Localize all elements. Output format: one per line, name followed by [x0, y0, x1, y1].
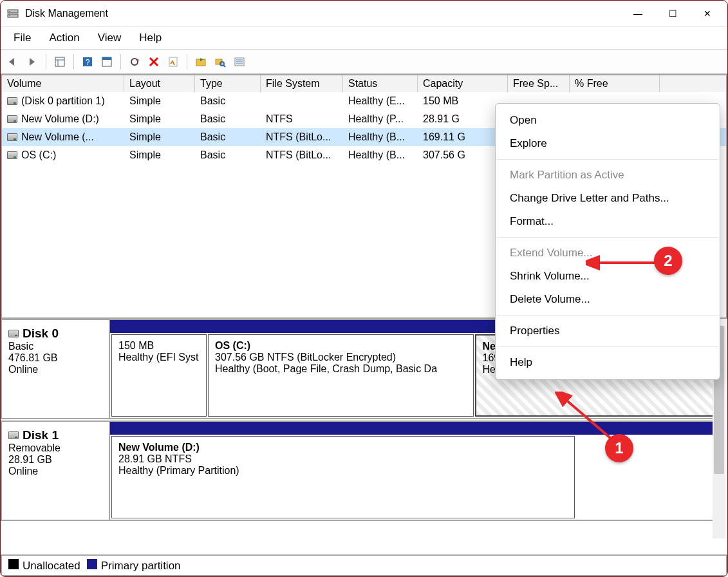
svg-rect-2 [9, 11, 10, 12]
delete-button[interactable] [145, 53, 162, 70]
svg-line-22 [223, 65, 225, 67]
disk-label[interactable]: Disk 0 Basic 476.81 GB Online [2, 320, 110, 418]
volume-fs [261, 100, 343, 102]
toolbar: ? [1, 50, 727, 74]
forward-button[interactable] [24, 53, 41, 70]
menubar: File Action View Help [1, 26, 727, 50]
volume-type: Basic [195, 130, 261, 144]
ctx-help[interactable]: Help [496, 351, 720, 374]
annotation-badge-2: 2 [654, 247, 682, 275]
ctx-format[interactable]: Format... [496, 210, 720, 233]
legend-unallocated: Unallocated [23, 560, 80, 572]
col-capacity[interactable]: Capacity [418, 75, 508, 92]
col-free[interactable]: Free Sp... [508, 75, 570, 92]
disk-icon [8, 330, 19, 337]
col-pct-free[interactable]: % Free [570, 75, 660, 92]
ctx-change-letter[interactable]: Change Drive Letter and Paths... [496, 187, 720, 210]
volume-type: Basic [195, 94, 261, 108]
ctx-properties[interactable]: Properties [496, 319, 720, 343]
volume-name: (Disk 0 partition 1) [21, 95, 105, 107]
volume-layout: Simple [124, 148, 195, 162]
drive-icon [7, 151, 17, 159]
app-icon [7, 8, 19, 19]
volume-fs: NTFS [261, 112, 343, 126]
volume-fs: NTFS (BitLo... [261, 130, 343, 144]
disk-size: 28.91 GB [8, 454, 102, 466]
menu-action[interactable]: Action [40, 29, 88, 47]
drive-icon [7, 97, 17, 105]
show-hide-tree-button[interactable] [51, 53, 68, 70]
ctx-delete[interactable]: Delete Volume... [496, 288, 720, 311]
menu-file[interactable]: File [5, 29, 40, 47]
volume-name: New Volume (D:) [21, 113, 99, 125]
partition[interactable]: OS (C:)307.56 GB NTFS (BitLocker Encrypt… [208, 334, 474, 417]
help-icon[interactable]: ? [79, 53, 96, 70]
find-button[interactable] [212, 53, 229, 70]
partition[interactable]: 150 MBHealthy (EFI Syst [111, 334, 207, 417]
minimize-button[interactable]: — [621, 1, 655, 26]
disk-size: 476.81 GB [8, 352, 102, 364]
volume-capacity: 169.11 G [418, 130, 508, 144]
volume-layout: Simple [124, 94, 195, 108]
ctx-explore[interactable]: Explore [496, 132, 720, 155]
disk-state: Online [8, 364, 102, 375]
partition-size: 28.91 GB NTFS [118, 453, 568, 465]
volume-capacity: 150 MB [418, 94, 508, 108]
volume-header-row: Volume Layout Type File System Status Ca… [2, 75, 726, 92]
svg-rect-6 [55, 57, 64, 66]
legend: Unallocated Primary partition [1, 554, 727, 576]
volume-status: Healthy (P... [343, 112, 418, 126]
col-type[interactable]: Type [195, 75, 261, 92]
volume-status: Healthy (B... [343, 148, 418, 162]
titlebar: Disk Management — ☐ ✕ [1, 1, 727, 26]
disk-label[interactable]: Disk 1 Removable 28.91 GB Online [2, 422, 110, 520]
back-button[interactable] [5, 53, 21, 70]
volume-capacity: 28.91 G [418, 112, 508, 126]
ctx-mark-active: Mark Partition as Active [496, 164, 720, 187]
col-volume[interactable]: Volume [2, 75, 124, 92]
volume-name: OS (C:) [21, 149, 56, 161]
drive-icon [7, 133, 17, 141]
volume-status: Healthy (B... [343, 130, 418, 144]
legend-swatch-primary [87, 559, 97, 569]
disk-name: Disk 0 [23, 326, 59, 341]
context-menu: Open Explore Mark Partition as Active Ch… [495, 103, 720, 380]
partition-status: Healthy (Primary Partition) [118, 465, 568, 477]
col-status[interactable]: Status [343, 75, 418, 92]
svg-rect-12 [102, 57, 111, 60]
window-title: Disk Management [25, 8, 108, 19]
disk-state: Online [8, 466, 102, 477]
drive-icon [7, 115, 17, 123]
partition-name: OS (C:) [215, 340, 467, 352]
volume-layout: Simple [124, 130, 195, 144]
menu-help[interactable]: Help [130, 29, 171, 47]
partition-size: 150 MB [118, 340, 200, 352]
legend-swatch-unallocated [8, 559, 19, 569]
col-layout[interactable]: Layout [124, 75, 195, 92]
disk-icon [8, 431, 19, 439]
partition-name: New Volume (D:) [118, 442, 568, 453]
list-view-button[interactable] [231, 53, 248, 70]
partition[interactable]: New Volume (D:)28.91 GB NTFSHealthy (Pri… [111, 436, 575, 518]
detail-pane-button[interactable] [98, 53, 115, 70]
refresh-button[interactable] [126, 53, 143, 70]
svg-marker-5 [30, 58, 35, 66]
disk-type: Basic [8, 341, 102, 352]
maximize-button[interactable]: ☐ [655, 1, 690, 26]
disk-type: Removable [8, 442, 102, 454]
properties-button[interactable] [165, 53, 182, 70]
close-button[interactable]: ✕ [690, 1, 725, 26]
annotation-badge-1: 1 [605, 434, 633, 462]
volume-status: Healthy (E... [343, 94, 418, 108]
volume-type: Basic [195, 148, 261, 162]
ctx-open[interactable]: Open [496, 109, 720, 132]
col-fs[interactable]: File System [261, 75, 343, 92]
volume-layout: Simple [124, 112, 195, 126]
new-folder-button[interactable] [192, 53, 209, 70]
volume-type: Basic [195, 112, 261, 126]
volume-capacity: 307.56 G [418, 148, 508, 162]
menu-view[interactable]: View [89, 29, 131, 47]
partition-status: Healthy (Boot, Page File, Crash Dump, Ba… [215, 363, 467, 375]
volume-fs: NTFS (BitLo... [261, 148, 343, 162]
svg-marker-4 [9, 58, 14, 66]
